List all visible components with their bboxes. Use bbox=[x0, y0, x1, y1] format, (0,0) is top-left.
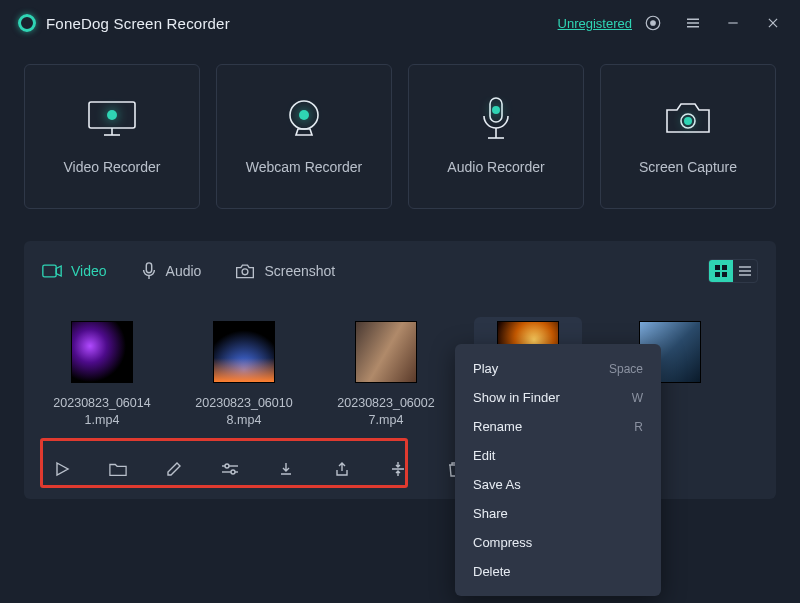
close-button[interactable] bbox=[764, 14, 782, 32]
app-title: FoneDog Screen Recorder bbox=[46, 15, 230, 32]
card-label: Screen Capture bbox=[639, 159, 737, 175]
library-tabs: Video Audio Screenshot bbox=[42, 259, 758, 283]
item-filename: 20230823_06010 8.mp4 bbox=[195, 395, 292, 429]
app-logo: FoneDog Screen Recorder bbox=[18, 14, 230, 32]
context-menu-label: Play bbox=[473, 361, 498, 376]
menu-icon[interactable] bbox=[684, 14, 702, 32]
context-menu-item[interactable]: Delete bbox=[455, 557, 661, 586]
card-label: Webcam Recorder bbox=[246, 159, 362, 175]
svg-rect-25 bbox=[722, 265, 727, 270]
view-toggle bbox=[708, 259, 758, 283]
monitor-icon bbox=[85, 99, 139, 139]
card-audio-recorder[interactable]: Audio Recorder bbox=[408, 64, 584, 209]
tab-screenshot[interactable]: Screenshot bbox=[235, 263, 335, 279]
minimize-button[interactable] bbox=[724, 14, 742, 32]
logo-icon bbox=[18, 14, 36, 32]
context-menu-item[interactable]: Share bbox=[455, 499, 661, 528]
tab-label: Screenshot bbox=[264, 263, 335, 279]
card-label: Audio Recorder bbox=[447, 159, 544, 175]
context-menu-label: Save As bbox=[473, 477, 521, 492]
library-panel: Video Audio Screenshot 20230823_06014 1.… bbox=[24, 241, 776, 499]
context-menu-label: Delete bbox=[473, 564, 511, 579]
card-screen-capture[interactable]: Screen Capture bbox=[600, 64, 776, 209]
context-menu-shortcut: Space bbox=[609, 362, 643, 376]
context-menu-label: Edit bbox=[473, 448, 495, 463]
svg-point-34 bbox=[231, 470, 235, 474]
card-webcam-recorder[interactable]: Webcam Recorder bbox=[216, 64, 392, 209]
svg-point-13 bbox=[299, 110, 309, 120]
compress-button[interactable] bbox=[388, 459, 408, 479]
card-label: Video Recorder bbox=[63, 159, 160, 175]
svg-point-19 bbox=[684, 117, 692, 125]
context-menu-item[interactable]: RenameR bbox=[455, 412, 661, 441]
thumbnail bbox=[71, 321, 133, 383]
svg-point-23 bbox=[242, 269, 248, 275]
save-button[interactable] bbox=[276, 459, 296, 479]
thumbnail bbox=[355, 321, 417, 383]
thumbnail bbox=[213, 321, 275, 383]
item-filename: 20230823_06002 7.mp4 bbox=[337, 395, 434, 429]
context-menu-label: Rename bbox=[473, 419, 522, 434]
svg-rect-26 bbox=[715, 272, 720, 277]
share-button[interactable] bbox=[332, 459, 352, 479]
edit-button[interactable] bbox=[164, 459, 184, 479]
tab-video[interactable]: Video bbox=[42, 263, 107, 279]
svg-rect-20 bbox=[43, 265, 56, 277]
library-item[interactable]: 20230823_06002 7.mp4 bbox=[332, 317, 440, 433]
context-menu-item[interactable]: PlaySpace bbox=[455, 354, 661, 383]
context-menu-label: Compress bbox=[473, 535, 532, 550]
unregistered-link[interactable]: Unregistered bbox=[558, 16, 632, 31]
settings-icon[interactable] bbox=[644, 14, 662, 32]
card-video-recorder[interactable]: Video Recorder bbox=[24, 64, 200, 209]
webcam-icon bbox=[282, 99, 326, 139]
tab-label: Video bbox=[71, 263, 107, 279]
title-bar: FoneDog Screen Recorder Unregistered bbox=[0, 0, 800, 46]
mode-cards: Video Recorder Webcam Recorder Audio Rec… bbox=[0, 46, 800, 219]
svg-point-17 bbox=[492, 106, 500, 114]
context-menu-label: Show in Finder bbox=[473, 390, 560, 405]
svg-rect-21 bbox=[146, 263, 151, 273]
adjust-button[interactable] bbox=[220, 459, 240, 479]
mic-icon bbox=[478, 99, 514, 139]
svg-point-11 bbox=[107, 110, 117, 120]
svg-point-33 bbox=[225, 464, 229, 468]
svg-rect-27 bbox=[722, 272, 727, 277]
play-button[interactable] bbox=[52, 459, 72, 479]
context-menu-shortcut: R bbox=[634, 420, 643, 434]
context-menu-item[interactable]: Compress bbox=[455, 528, 661, 557]
context-menu-item[interactable]: Save As bbox=[455, 470, 661, 499]
context-menu-label: Share bbox=[473, 506, 508, 521]
tab-label: Audio bbox=[166, 263, 202, 279]
folder-button[interactable] bbox=[108, 459, 128, 479]
list-view-button[interactable] bbox=[733, 260, 757, 282]
library-item[interactable]: 20230823_06014 1.mp4 bbox=[48, 317, 156, 433]
svg-point-1 bbox=[651, 21, 656, 26]
item-filename: 20230823_06014 1.mp4 bbox=[53, 395, 150, 429]
context-menu-item[interactable]: Edit bbox=[455, 441, 661, 470]
context-menu-shortcut: W bbox=[632, 391, 643, 405]
tab-audio[interactable]: Audio bbox=[141, 262, 202, 280]
library-item[interactable]: 20230823_06010 8.mp4 bbox=[190, 317, 298, 433]
context-menu: PlaySpaceShow in FinderWRenameREditSave … bbox=[455, 344, 661, 596]
camera-icon bbox=[663, 99, 713, 139]
context-menu-item[interactable]: Show in FinderW bbox=[455, 383, 661, 412]
svg-rect-24 bbox=[715, 265, 720, 270]
grid-view-button[interactable] bbox=[709, 260, 733, 282]
